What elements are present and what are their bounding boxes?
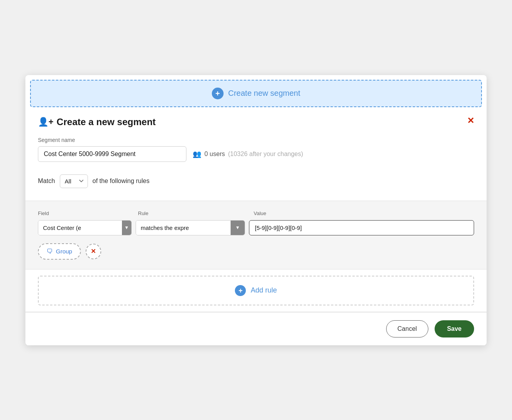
rule-col-label: Rule (138, 210, 247, 216)
rule-select-wrapper[interactable]: ▼ (136, 220, 245, 235)
add-rule-section: + Add rule (25, 269, 487, 312)
banner-label: Create new segment (228, 89, 301, 98)
segment-name-input[interactable] (38, 146, 186, 162)
rules-section: Field Rule Value ▼ ▼ 🗨 Group (25, 201, 487, 269)
match-suffix: of the following rules (93, 178, 150, 185)
modal-header: 👤+ Create a new segment ✕ (38, 117, 474, 127)
value-input[interactable] (249, 220, 474, 235)
add-rule-box[interactable]: + Add rule (38, 276, 474, 305)
value-col-label: Value (254, 210, 474, 216)
match-label: Match (38, 178, 55, 185)
segment-name-section: Segment name 👥 0 users (10326 after your… (38, 137, 474, 162)
user-add-icon: 👤+ (38, 117, 54, 127)
delete-rule-button[interactable]: ✕ (86, 244, 101, 259)
field-dropdown-arrow[interactable]: ▼ (122, 221, 131, 235)
modal-footer: Cancel Save (25, 312, 487, 345)
users-icon: 👥 (193, 150, 201, 158)
banner-plus-icon: + (212, 88, 224, 99)
users-count-text: 0 users (204, 151, 225, 158)
users-count: 👥 0 users (10326 after your changes) (193, 150, 303, 158)
users-after-text: (10326 after your changes) (228, 151, 303, 158)
close-button[interactable]: ✕ (467, 117, 474, 125)
save-button[interactable]: Save (435, 320, 474, 337)
field-select-input[interactable] (38, 221, 122, 235)
rule-dropdown-arrow[interactable]: ▼ (231, 221, 245, 235)
field-col-label: Field (38, 210, 132, 216)
match-row: Match All Any of the following rules (38, 170, 474, 191)
add-rule-label: Add rule (251, 286, 277, 294)
modal-container: + Create new segment 👤+ Create a new seg… (25, 75, 487, 345)
segment-name-label: Segment name (38, 137, 474, 143)
group-icon: 🗨 (47, 248, 53, 255)
field-select-wrapper[interactable]: ▼ (38, 220, 132, 235)
match-select[interactable]: All Any (60, 174, 88, 188)
cancel-button[interactable]: Cancel (386, 320, 428, 337)
modal-title: 👤+ Create a new segment (38, 117, 156, 127)
group-button-label: Group (56, 248, 72, 255)
modal-content: 👤+ Create a new segment ✕ Segment name 👥… (25, 107, 487, 201)
group-button[interactable]: 🗨 Group (38, 243, 81, 260)
segment-name-row: 👥 0 users (10326 after your changes) (38, 146, 474, 162)
create-segment-banner[interactable]: + Create new segment (30, 80, 482, 107)
rule-inputs-row: ▼ ▼ (38, 220, 474, 235)
add-rule-plus-icon: + (235, 285, 246, 296)
rule-actions-row: 🗨 Group ✕ (38, 243, 474, 260)
rule-select-input[interactable] (136, 221, 231, 235)
rule-column-labels: Field Rule Value (38, 210, 474, 216)
